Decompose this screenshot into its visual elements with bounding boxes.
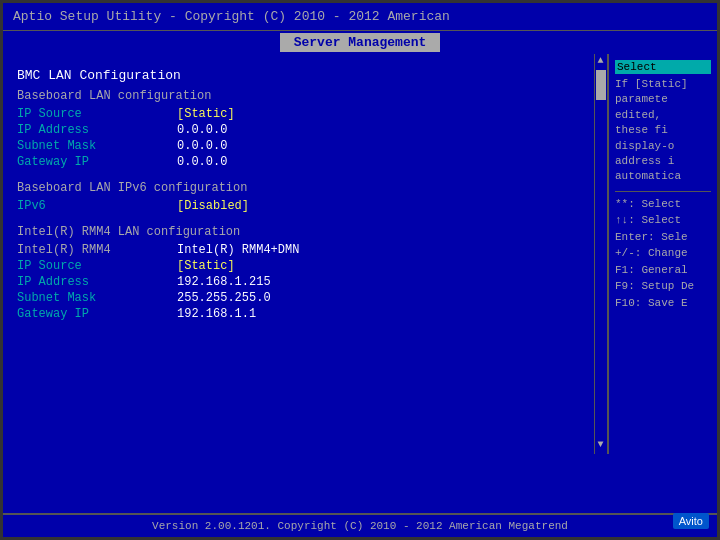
config-group-rmm4: Intel(R) RMM4 LAN configuration Intel(R)… bbox=[17, 225, 593, 321]
shortcut-enter: Enter: Sele bbox=[615, 229, 711, 246]
value-gateway-ip-2: 192.168.1.1 bbox=[177, 307, 256, 321]
row-ip-source-2[interactable]: IP Source [Static] bbox=[17, 259, 593, 273]
group-title-rmm4: Intel(R) RMM4 LAN configuration bbox=[17, 225, 593, 239]
row-subnet-mask-2[interactable]: Subnet Mask 255.255.255.0 bbox=[17, 291, 593, 305]
shortcut-arrow: ↑↓: Select bbox=[615, 212, 711, 229]
row-ip-address-2[interactable]: IP Address 192.168.1.215 bbox=[17, 275, 593, 289]
section-title: BMC LAN Configuration bbox=[17, 68, 593, 83]
label-ip-source-2: IP Source bbox=[17, 259, 177, 273]
shortcut-select-item: **: Select bbox=[615, 196, 711, 213]
help-line-6: address i bbox=[615, 154, 711, 169]
shortcut-f9: F9: Setup De bbox=[615, 278, 711, 295]
group-title-baseboard: Baseboard LAN configuration bbox=[17, 89, 593, 103]
label-gateway-ip-1: Gateway IP bbox=[17, 155, 177, 169]
label-subnet-mask-2: Subnet Mask bbox=[17, 291, 177, 305]
tab-server-management[interactable]: Server Management bbox=[280, 33, 441, 52]
value-ip-address-2: 192.168.1.215 bbox=[177, 275, 271, 289]
help-select-highlight: Select bbox=[615, 60, 711, 74]
help-text: If [Static] paramete edited, these fi di… bbox=[615, 77, 711, 185]
shortcut-f1: F1: General bbox=[615, 262, 711, 279]
scroll-up-arrow[interactable]: ▲ bbox=[595, 54, 606, 68]
left-panel: BMC LAN Configuration Baseboard LAN conf… bbox=[3, 54, 607, 454]
row-gateway-ip-1[interactable]: Gateway IP 0.0.0.0 bbox=[17, 155, 593, 169]
config-group-baseboard-lan: Baseboard LAN configuration IP Source [S… bbox=[17, 89, 593, 169]
title-text: Aptio Setup Utility - Copyright (C) 2010… bbox=[13, 9, 450, 24]
value-subnet-mask-2: 255.255.255.0 bbox=[177, 291, 271, 305]
row-rmm4-model: Intel(R) RMM4 Intel(R) RMM4+DMN bbox=[17, 243, 593, 257]
value-ip-source-1: [Static] bbox=[177, 107, 235, 121]
row-ipv6[interactable]: IPv6 [Disabled] bbox=[17, 199, 593, 213]
row-gateway-ip-2[interactable]: Gateway IP 192.168.1.1 bbox=[17, 307, 593, 321]
help-line-4: these fi bbox=[615, 123, 711, 138]
row-subnet-mask-1[interactable]: Subnet Mask 0.0.0.0 bbox=[17, 139, 593, 153]
bios-screen: Aptio Setup Utility - Copyright (C) 2010… bbox=[0, 0, 720, 540]
title-bar: Aptio Setup Utility - Copyright (C) 2010… bbox=[3, 3, 717, 31]
group-title-ipv6: Baseboard LAN IPv6 configuration bbox=[17, 181, 593, 195]
shortcut-change: +/-: Change bbox=[615, 245, 711, 262]
help-line-5: display-o bbox=[615, 139, 711, 154]
label-ip-source-1: IP Source bbox=[17, 107, 177, 121]
help-line-7: automatica bbox=[615, 169, 711, 184]
label-subnet-mask-1: Subnet Mask bbox=[17, 139, 177, 153]
avito-badge: Avito bbox=[673, 513, 709, 529]
avito-label: Avito bbox=[679, 515, 703, 527]
help-line-3: edited, bbox=[615, 108, 711, 123]
scrollbar-thumb[interactable] bbox=[596, 70, 606, 100]
label-gateway-ip-2: Gateway IP bbox=[17, 307, 177, 321]
value-ipv6: [Disabled] bbox=[177, 199, 249, 213]
value-subnet-mask-1: 0.0.0.0 bbox=[177, 139, 227, 153]
value-ip-source-2: [Static] bbox=[177, 259, 235, 273]
config-group-ipv6: Baseboard LAN IPv6 configuration IPv6 [D… bbox=[17, 181, 593, 213]
value-gateway-ip-1: 0.0.0.0 bbox=[177, 155, 227, 169]
main-area: BMC LAN Configuration Baseboard LAN conf… bbox=[3, 54, 717, 454]
value-rmm4-model: Intel(R) RMM4+DMN bbox=[177, 243, 299, 257]
row-ip-source-1[interactable]: IP Source [Static] bbox=[17, 107, 593, 121]
status-bar: Version 2.00.1201. Copyright (C) 2010 - … bbox=[3, 513, 717, 537]
status-text: Version 2.00.1201. Copyright (C) 2010 - … bbox=[152, 520, 568, 532]
row-ip-address-1[interactable]: IP Address 0.0.0.0 bbox=[17, 123, 593, 137]
help-line-1: If [Static] bbox=[615, 77, 711, 92]
tab-bar: Server Management bbox=[3, 31, 717, 54]
shortcut-f10: F10: Save E bbox=[615, 295, 711, 312]
scrollbar[interactable]: ▲ ▼ bbox=[594, 54, 606, 454]
shortcuts: **: Select ↑↓: Select Enter: Sele +/-: C… bbox=[615, 196, 711, 312]
label-ip-address-1: IP Address bbox=[17, 123, 177, 137]
value-ip-address-1: 0.0.0.0 bbox=[177, 123, 227, 137]
right-panel: Select If [Static] paramete edited, thes… bbox=[607, 54, 717, 454]
label-ipv6: IPv6 bbox=[17, 199, 177, 213]
help-line-2: paramete bbox=[615, 92, 711, 107]
label-rmm4-model: Intel(R) RMM4 bbox=[17, 243, 177, 257]
label-ip-address-2: IP Address bbox=[17, 275, 177, 289]
scroll-down-arrow[interactable]: ▼ bbox=[595, 439, 606, 450]
